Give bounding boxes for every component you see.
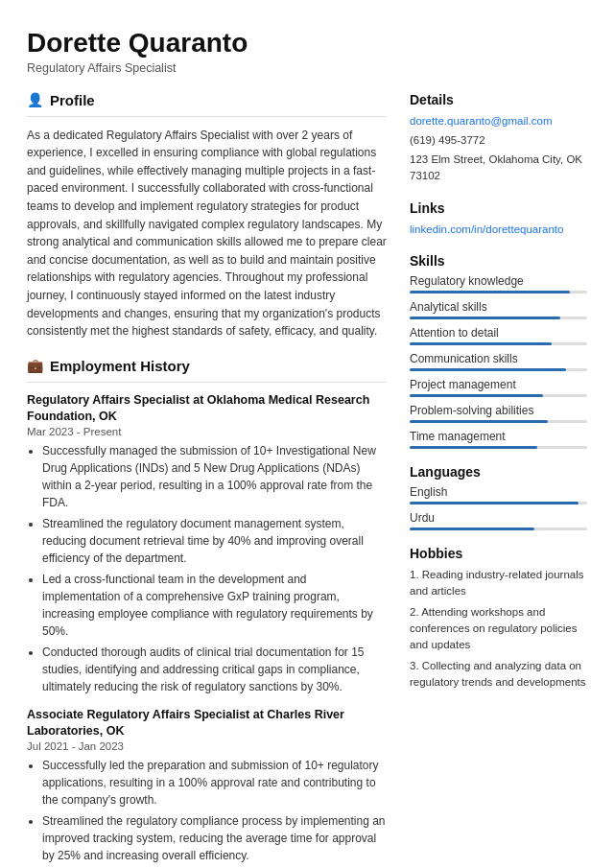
job-item: Associate Regulatory Affairs Specialist …	[27, 707, 387, 868]
language-item: Urdu	[410, 511, 587, 530]
skill-item: Regulatory knowledge	[410, 274, 587, 293]
phone: (619) 495-3772	[410, 132, 587, 149]
hobbies-heading: Hobbies	[410, 546, 587, 561]
skills-container: Regulatory knowledgeAnalytical skillsAtt…	[410, 274, 587, 449]
skill-item: Time management	[410, 430, 587, 449]
skill-name: Project management	[410, 378, 587, 391]
skill-bar-bg	[410, 368, 587, 371]
main-content: 👤 Profile As a dedicated Regulatory Affa…	[27, 92, 587, 868]
language-bar-bg	[410, 502, 587, 504]
job-bullet: Successfully managed the submission of 1…	[42, 442, 387, 511]
hobby-item: 1. Reading industry-related journals and…	[410, 567, 587, 598]
skill-bar-bg	[410, 446, 587, 449]
job-title: Associate Regulatory Affairs Specialist …	[27, 707, 387, 740]
job-bullet: Streamlined the regulatory document mana…	[42, 515, 387, 567]
skill-item: Project management	[410, 378, 587, 397]
skill-bar-fill	[410, 394, 543, 397]
languages-heading: Languages	[410, 464, 587, 480]
language-name: English	[410, 485, 587, 499]
employment-section: 💼 Employment History Regulatory Affairs …	[27, 358, 387, 868]
links-heading: Links	[410, 200, 587, 216]
skill-bar-fill	[410, 368, 566, 371]
employment-icon: 💼	[27, 358, 43, 373]
hobbies-container: 1. Reading industry-related journals and…	[410, 567, 587, 691]
linkedin-link[interactable]: linkedin.com/in/dorettequaranto	[410, 222, 587, 238]
language-bar-fill	[410, 528, 534, 530]
language-name: Urdu	[410, 511, 587, 525]
left-column: 👤 Profile As a dedicated Regulatory Affa…	[27, 92, 387, 868]
skill-name: Attention to detail	[410, 326, 587, 340]
profile-heading: 👤 Profile	[27, 92, 387, 108]
skill-name: Communication skills	[410, 352, 587, 365]
address: 123 Elm Street, Oklahoma City, OK 73102	[410, 152, 587, 185]
job-bullet: Successfully led the preparation and sub…	[42, 757, 387, 809]
skill-bar-fill	[410, 420, 548, 423]
page: Dorette Quaranto Regulatory Affairs Spec…	[0, 0, 614, 868]
hobbies-section: Hobbies 1. Reading industry-related jour…	[410, 546, 587, 691]
skill-bar-bg	[410, 317, 587, 319]
links-section: Links linkedin.com/in/dorettequaranto	[410, 200, 587, 238]
language-bar-bg	[410, 528, 587, 530]
languages-section: Languages EnglishUrdu	[410, 464, 587, 530]
profile-section: 👤 Profile As a dedicated Regulatory Affa…	[27, 92, 387, 340]
job-title: Regulatory Affairs Specialist at Oklahom…	[27, 392, 387, 426]
skill-item: Analytical skills	[410, 300, 587, 319]
skills-heading: Skills	[410, 253, 587, 269]
language-item: English	[410, 485, 587, 504]
linkedin-anchor[interactable]: linkedin.com/in/dorettequaranto	[410, 223, 563, 235]
header: Dorette Quaranto Regulatory Affairs Spec…	[27, 27, 587, 75]
skill-item: Attention to detail	[410, 326, 587, 345]
skill-bar-fill	[410, 342, 552, 345]
job-bullets: Successfully managed the submission of 1…	[27, 442, 387, 695]
candidate-title: Regulatory Affairs Specialist	[27, 61, 587, 75]
job-period: Jul 2021 - Jan 2023	[27, 740, 387, 752]
skill-name: Problem-solving abilities	[410, 404, 587, 417]
details-heading: Details	[410, 92, 587, 107]
hobby-item: 2. Attending workshops and conferences o…	[410, 604, 587, 652]
job-bullet: Streamlined the regulatory compliance pr…	[42, 812, 387, 864]
profile-divider	[27, 116, 387, 117]
skill-name: Regulatory knowledge	[410, 274, 587, 288]
skill-bar-bg	[410, 291, 587, 293]
details-section: Details dorette.quaranto@gmail.com (619)…	[410, 92, 587, 185]
skill-bar-fill	[410, 291, 570, 293]
skill-name: Analytical skills	[410, 300, 587, 314]
employment-divider	[27, 382, 387, 383]
job-bullet: Led a cross-functional team in the devel…	[42, 571, 387, 640]
skill-bar-fill	[410, 446, 537, 449]
skills-section: Skills Regulatory knowledgeAnalytical sk…	[410, 253, 587, 449]
hobby-item: 3. Collecting and analyzing data on regu…	[410, 658, 587, 690]
profile-text: As a dedicated Regulatory Affairs Specia…	[27, 127, 387, 340]
jobs-container: Regulatory Affairs Specialist at Oklahom…	[27, 392, 387, 868]
job-period: Mar 2023 - Present	[27, 426, 387, 437]
skill-bar-bg	[410, 420, 587, 423]
email-link[interactable]: dorette.quaranto@gmail.com	[410, 113, 587, 129]
skill-bar-bg	[410, 394, 587, 397]
job-bullets: Successfully led the preparation and sub…	[27, 757, 387, 868]
languages-container: EnglishUrdu	[410, 485, 587, 530]
skill-bar-fill	[410, 317, 560, 319]
skill-item: Problem-solving abilities	[410, 404, 587, 423]
candidate-name: Dorette Quaranto	[27, 27, 587, 59]
employment-heading: 💼 Employment History	[27, 358, 387, 374]
skill-name: Time management	[410, 430, 587, 443]
profile-icon: 👤	[27, 92, 43, 107]
language-bar-fill	[410, 502, 579, 504]
right-column: Details dorette.quaranto@gmail.com (619)…	[410, 92, 587, 868]
email-anchor[interactable]: dorette.quaranto@gmail.com	[410, 115, 552, 127]
skill-bar-bg	[410, 342, 587, 345]
skill-item: Communication skills	[410, 352, 587, 371]
job-item: Regulatory Affairs Specialist at Oklahom…	[27, 392, 387, 695]
job-bullet: Conducted thorough audits of clinical tr…	[42, 644, 387, 695]
